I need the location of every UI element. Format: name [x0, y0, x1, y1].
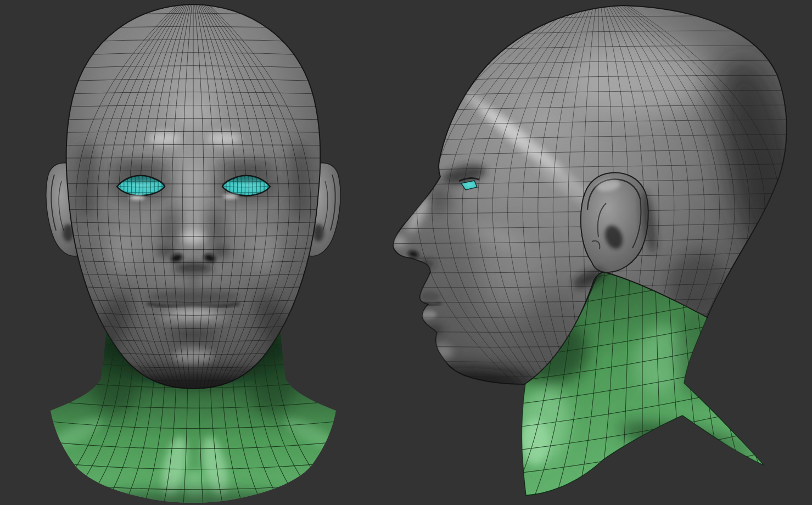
- side-upper-lip-shade: [421, 291, 439, 301]
- right-lower-lid-highlight: [223, 194, 238, 199]
- viewport[interactable]: [0, 0, 812, 505]
- viewport-canvas[interactable]: [0, 0, 812, 505]
- front-view-model: [43, 0, 343, 505]
- left-lower-lid-highlight: [130, 195, 145, 200]
